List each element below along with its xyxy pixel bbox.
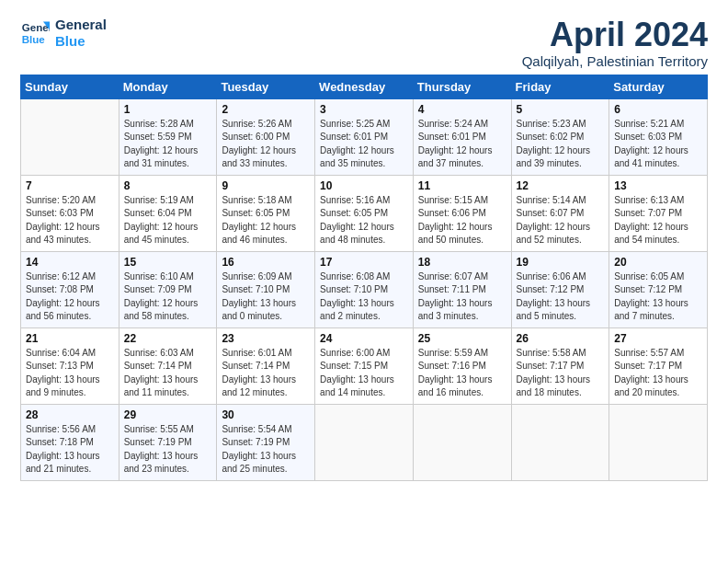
- day-number: 19: [517, 256, 606, 269]
- logo-general: General: [55, 17, 107, 33]
- day-number: 25: [418, 332, 507, 345]
- day-number: 11: [418, 179, 507, 192]
- day-number: 16: [222, 256, 311, 269]
- day-info: Sunrise: 5:26 AM Sunset: 6:00 PM Dayligh…: [222, 118, 311, 171]
- day-number: 30: [222, 408, 311, 421]
- day-info: Sunrise: 5:57 AM Sunset: 7:17 PM Dayligh…: [614, 347, 703, 400]
- logo: General Blue General Blue: [20, 17, 107, 50]
- day-info: Sunrise: 5:24 AM Sunset: 6:01 PM Dayligh…: [418, 118, 507, 171]
- day-number: 8: [124, 179, 213, 192]
- day-number: 6: [614, 103, 703, 116]
- day-number: 18: [418, 256, 507, 269]
- day-number: 3: [320, 103, 409, 116]
- day-info: Sunrise: 5:19 AM Sunset: 6:04 PM Dayligh…: [124, 194, 213, 247]
- day-cell: 16Sunrise: 6:09 AM Sunset: 7:10 PM Dayli…: [217, 251, 315, 327]
- day-number: 26: [517, 332, 606, 345]
- day-cell: 21Sunrise: 6:04 AM Sunset: 7:13 PM Dayli…: [21, 327, 119, 404]
- day-cell: 10Sunrise: 5:16 AM Sunset: 6:05 PM Dayli…: [315, 175, 414, 251]
- day-cell: 3Sunrise: 5:25 AM Sunset: 6:01 PM Daylig…: [315, 98, 414, 175]
- day-number: 12: [517, 179, 606, 192]
- day-cell: 23Sunrise: 6:01 AM Sunset: 7:14 PM Dayli…: [217, 327, 315, 404]
- col-header-thursday: Thursday: [413, 75, 511, 98]
- day-cell: 4Sunrise: 5:24 AM Sunset: 6:01 PM Daylig…: [413, 98, 511, 175]
- day-info: Sunrise: 6:08 AM Sunset: 7:10 PM Dayligh…: [320, 270, 409, 324]
- day-cell: 13Sunrise: 6:13 AM Sunset: 7:07 PM Dayli…: [609, 175, 708, 251]
- day-cell: 28Sunrise: 5:56 AM Sunset: 7:18 PM Dayli…: [21, 404, 119, 480]
- day-info: Sunrise: 6:07 AM Sunset: 7:11 PM Dayligh…: [418, 270, 507, 324]
- day-info: Sunrise: 5:25 AM Sunset: 6:01 PM Dayligh…: [320, 118, 409, 171]
- day-number: 23: [222, 332, 311, 345]
- day-number: 1: [124, 103, 213, 116]
- day-number: 10: [320, 179, 409, 192]
- col-header-saturday: Saturday: [609, 75, 708, 98]
- day-cell: [413, 404, 511, 480]
- day-cell: 7Sunrise: 5:20 AM Sunset: 6:03 PM Daylig…: [21, 175, 119, 251]
- day-cell: [511, 404, 609, 480]
- day-number: 27: [614, 332, 703, 345]
- day-cell: 20Sunrise: 6:05 AM Sunset: 7:12 PM Dayli…: [609, 251, 708, 327]
- day-info: Sunrise: 5:14 AM Sunset: 6:07 PM Dayligh…: [517, 194, 606, 247]
- day-number: 5: [517, 103, 606, 116]
- col-header-wednesday: Wednesday: [315, 75, 414, 98]
- day-number: 14: [26, 256, 115, 269]
- day-info: Sunrise: 5:58 AM Sunset: 7:17 PM Dayligh…: [517, 347, 606, 400]
- day-cell: 1Sunrise: 5:28 AM Sunset: 5:59 PM Daylig…: [119, 98, 217, 175]
- day-info: Sunrise: 5:20 AM Sunset: 6:03 PM Dayligh…: [26, 194, 115, 247]
- day-info: Sunrise: 6:13 AM Sunset: 7:07 PM Dayligh…: [614, 194, 703, 247]
- day-info: Sunrise: 5:54 AM Sunset: 7:19 PM Dayligh…: [222, 423, 311, 477]
- day-info: Sunrise: 6:05 AM Sunset: 7:12 PM Dayligh…: [614, 270, 703, 324]
- day-number: 15: [124, 256, 213, 269]
- day-info: Sunrise: 5:18 AM Sunset: 6:05 PM Dayligh…: [222, 194, 311, 247]
- day-cell: 11Sunrise: 5:15 AM Sunset: 6:06 PM Dayli…: [413, 175, 511, 251]
- day-cell: [315, 404, 414, 480]
- day-cell: 22Sunrise: 6:03 AM Sunset: 7:14 PM Dayli…: [119, 327, 217, 404]
- day-info: Sunrise: 6:04 AM Sunset: 7:13 PM Dayligh…: [26, 347, 115, 400]
- day-number: 28: [26, 408, 115, 421]
- day-info: Sunrise: 6:01 AM Sunset: 7:14 PM Dayligh…: [222, 347, 311, 400]
- day-info: Sunrise: 5:28 AM Sunset: 5:59 PM Dayligh…: [124, 118, 213, 171]
- col-header-friday: Friday: [511, 75, 609, 98]
- day-info: Sunrise: 6:12 AM Sunset: 7:08 PM Dayligh…: [26, 270, 115, 324]
- day-cell: 6Sunrise: 5:21 AM Sunset: 6:03 PM Daylig…: [609, 98, 708, 175]
- day-info: Sunrise: 6:09 AM Sunset: 7:10 PM Dayligh…: [222, 270, 311, 324]
- location: Qalqilyah, Palestinian Territory: [522, 53, 708, 69]
- week-row-5: 28Sunrise: 5:56 AM Sunset: 7:18 PM Dayli…: [21, 404, 708, 480]
- day-number: 29: [124, 408, 213, 421]
- day-cell: [609, 404, 708, 480]
- day-cell: 29Sunrise: 5:55 AM Sunset: 7:19 PM Dayli…: [119, 404, 217, 480]
- day-number: 4: [418, 103, 507, 116]
- day-info: Sunrise: 5:15 AM Sunset: 6:06 PM Dayligh…: [418, 194, 507, 247]
- day-number: 21: [26, 332, 115, 345]
- day-info: Sunrise: 6:00 AM Sunset: 7:15 PM Dayligh…: [320, 347, 409, 400]
- day-cell: 12Sunrise: 5:14 AM Sunset: 6:07 PM Dayli…: [511, 175, 609, 251]
- day-number: 7: [26, 179, 115, 192]
- day-cell: 30Sunrise: 5:54 AM Sunset: 7:19 PM Dayli…: [217, 404, 315, 480]
- week-row-2: 7Sunrise: 5:20 AM Sunset: 6:03 PM Daylig…: [21, 175, 708, 251]
- col-header-tuesday: Tuesday: [217, 75, 315, 98]
- day-cell: 14Sunrise: 6:12 AM Sunset: 7:08 PM Dayli…: [21, 251, 119, 327]
- week-row-4: 21Sunrise: 6:04 AM Sunset: 7:13 PM Dayli…: [21, 327, 708, 404]
- day-info: Sunrise: 5:23 AM Sunset: 6:02 PM Dayligh…: [517, 118, 606, 171]
- day-info: Sunrise: 6:03 AM Sunset: 7:14 PM Dayligh…: [124, 347, 213, 400]
- day-cell: 15Sunrise: 6:10 AM Sunset: 7:09 PM Dayli…: [119, 251, 217, 327]
- day-cell: 25Sunrise: 5:59 AM Sunset: 7:16 PM Dayli…: [413, 327, 511, 404]
- day-info: Sunrise: 5:21 AM Sunset: 6:03 PM Dayligh…: [614, 118, 703, 171]
- logo-blue: Blue: [55, 33, 107, 50]
- col-header-sunday: Sunday: [21, 75, 119, 98]
- day-number: 24: [320, 332, 409, 345]
- day-cell: 17Sunrise: 6:08 AM Sunset: 7:10 PM Dayli…: [315, 251, 414, 327]
- day-info: Sunrise: 5:16 AM Sunset: 6:05 PM Dayligh…: [320, 194, 409, 247]
- week-row-3: 14Sunrise: 6:12 AM Sunset: 7:08 PM Dayli…: [21, 251, 708, 327]
- calendar-table: SundayMondayTuesdayWednesdayThursdayFrid…: [20, 75, 708, 481]
- svg-text:Blue: Blue: [22, 34, 46, 45]
- day-number: 2: [222, 103, 311, 116]
- title-block: April 2024 Qalqilyah, Palestinian Territ…: [522, 17, 708, 69]
- week-row-1: 1Sunrise: 5:28 AM Sunset: 5:59 PM Daylig…: [21, 98, 708, 175]
- day-cell: 19Sunrise: 6:06 AM Sunset: 7:12 PM Dayli…: [511, 251, 609, 327]
- day-number: 17: [320, 256, 409, 269]
- day-info: Sunrise: 5:59 AM Sunset: 7:16 PM Dayligh…: [418, 347, 507, 400]
- day-info: Sunrise: 5:56 AM Sunset: 7:18 PM Dayligh…: [26, 423, 115, 477]
- logo-icon: General Blue: [20, 18, 50, 48]
- day-number: 22: [124, 332, 213, 345]
- header-row: SundayMondayTuesdayWednesdayThursdayFrid…: [21, 75, 708, 98]
